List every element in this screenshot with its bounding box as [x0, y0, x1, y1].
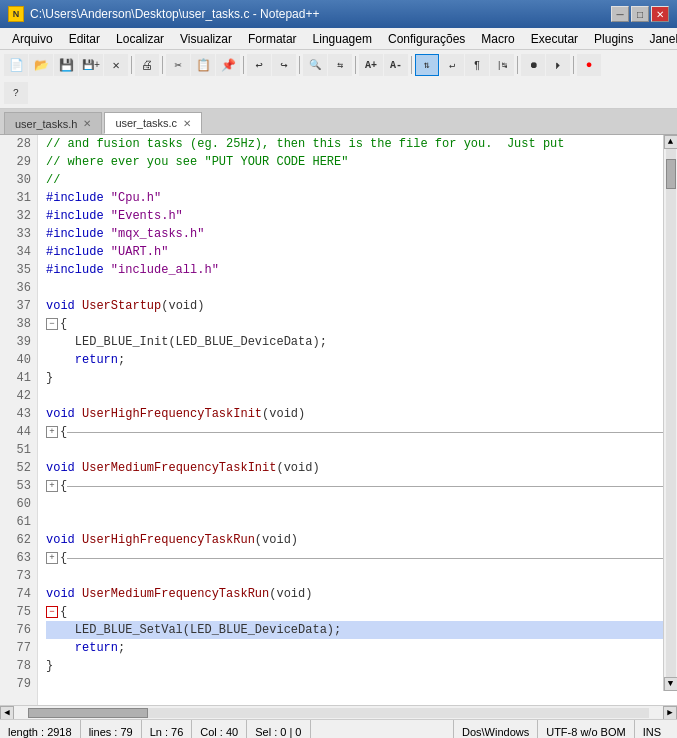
menu-localizar[interactable]: Localizar [108, 30, 172, 48]
vscroll-track[interactable] [666, 149, 676, 677]
line-number: 40 [0, 351, 31, 369]
code-line: void UserHighFrequencyTaskInit(void) [46, 405, 677, 423]
run-button[interactable]: ● [577, 54, 601, 76]
tab-label-h: user_tasks.h [15, 118, 77, 130]
hscroll-right[interactable]: ▶ [663, 706, 677, 720]
menu-visualizar[interactable]: Visualizar [172, 30, 240, 48]
code-line [46, 513, 677, 531]
fold-marker[interactable]: + [46, 552, 58, 564]
line-number: 75 [0, 603, 31, 621]
status-encoding: UTF-8 w/o BOM [538, 720, 634, 738]
symbol: (void) [161, 297, 204, 315]
find-button[interactable]: 🔍 [303, 54, 327, 76]
menu-janela[interactable]: Janela [641, 30, 677, 48]
replace-button[interactable]: ⇆ [328, 54, 352, 76]
line-number: 37 [0, 297, 31, 315]
code-line: +{ [46, 477, 677, 495]
maximize-button[interactable]: □ [631, 6, 649, 22]
vscroll-up[interactable]: ▲ [664, 135, 678, 149]
menu-formatar[interactable]: Formatar [240, 30, 305, 48]
save-button[interactable]: 💾 [54, 54, 78, 76]
code-text: LED_BLUE_SetVal(LED_BLUE_DeviceData); [46, 621, 341, 639]
open-button[interactable]: 📂 [29, 54, 53, 76]
cut-button[interactable]: ✂ [166, 54, 190, 76]
string: "Cpu.h" [111, 189, 161, 207]
line-number: 36 [0, 279, 31, 297]
help-button[interactable]: ? [4, 82, 28, 104]
menu-executar[interactable]: Executar [523, 30, 586, 48]
redo-button[interactable]: ↪ [272, 54, 296, 76]
run-macro-button[interactable]: ⏵ [546, 54, 570, 76]
minimize-button[interactable]: ─ [611, 6, 629, 22]
brace: { [60, 603, 67, 621]
line-number: 38 [0, 315, 31, 333]
new-button[interactable]: 📄 [4, 54, 28, 76]
horizontal-scrollbar[interactable]: ◀ ▶ [0, 705, 677, 719]
status-bar: length : 2918 lines : 79 Ln : 76 Col : 4… [0, 719, 677, 738]
hscroll-thumb[interactable] [28, 708, 148, 718]
function-name: UserStartup [82, 297, 161, 315]
undo-button[interactable]: ↩ [247, 54, 271, 76]
menu-plugins[interactable]: Plugins [586, 30, 641, 48]
save-all-button[interactable]: 💾+ [79, 54, 103, 76]
string: "UART.h" [111, 243, 169, 261]
fold-marker[interactable]: − [46, 318, 58, 330]
code-line: } [46, 369, 677, 387]
code-rest: ; [118, 351, 125, 369]
menu-arquivo[interactable]: Arquivo [4, 30, 61, 48]
code-line: // where ever you see "PUT YOUR CODE HER… [46, 153, 677, 171]
all-chars-button[interactable]: ¶ [465, 54, 489, 76]
menu-linguagem[interactable]: Linguagem [305, 30, 380, 48]
line-number: 33 [0, 225, 31, 243]
symbol: (void) [276, 459, 319, 477]
close-doc-button[interactable]: ✕ [104, 54, 128, 76]
editor-container: 2829303132333435363738394041424344515253… [0, 135, 677, 719]
hscroll-left[interactable]: ◀ [0, 706, 14, 720]
menu-editar[interactable]: Editar [61, 30, 108, 48]
brace: { [60, 477, 67, 495]
keyword: void [46, 531, 82, 549]
keyword: #include [46, 261, 111, 279]
indent-guide-button[interactable]: |↹ [490, 54, 514, 76]
macro-record-button[interactable]: ⏺ [521, 54, 545, 76]
zoom-in-button[interactable]: A+ [359, 54, 383, 76]
function-name: UserMediumFrequencyTaskRun [82, 585, 269, 603]
zoom-out-button[interactable]: A- [384, 54, 408, 76]
menu-macro[interactable]: Macro [473, 30, 522, 48]
status-col: Col : 40 [192, 720, 247, 738]
hscroll-track[interactable] [28, 708, 649, 718]
line-number: 28 [0, 135, 31, 153]
line-number: 60 [0, 495, 31, 513]
menu-bar: Arquivo Editar Localizar Visualizar Form… [0, 28, 677, 50]
line-number: 42 [0, 387, 31, 405]
paste-button[interactable]: 📌 [216, 54, 240, 76]
code-line: void UserMediumFrequencyTaskInit(void) [46, 459, 677, 477]
status-ins: INS [635, 720, 669, 738]
vscroll-thumb[interactable] [666, 159, 676, 189]
word-wrap-button[interactable]: ↵ [440, 54, 464, 76]
menu-configuracoes[interactable]: Configurações [380, 30, 473, 48]
code-line: LED_BLUE_Init(LED_BLUE_DeviceData); [46, 333, 677, 351]
fold-marker[interactable]: − [46, 606, 58, 618]
close-button[interactable]: ✕ [651, 6, 669, 22]
keyword: return [46, 351, 118, 369]
fold-marker[interactable]: + [46, 426, 58, 438]
code-line [46, 279, 677, 297]
sync-scroll-button[interactable]: ⇅ [415, 54, 439, 76]
vertical-scrollbar[interactable]: ▲ ▼ [663, 135, 677, 691]
line-number: 32 [0, 207, 31, 225]
tab-close-h[interactable]: ✕ [83, 118, 91, 129]
tab-close-c[interactable]: ✕ [183, 118, 191, 129]
copy-button[interactable]: 📋 [191, 54, 215, 76]
symbol: (void) [269, 585, 312, 603]
vscroll-down[interactable]: ▼ [664, 677, 678, 691]
code-line: +{ [46, 423, 677, 441]
brace: { [60, 549, 67, 567]
print-button[interactable]: 🖨 [135, 54, 159, 76]
code-line: #include "UART.h" [46, 243, 677, 261]
fold-marker[interactable]: + [46, 480, 58, 492]
editor-scroll[interactable]: 2829303132333435363738394041424344515253… [0, 135, 677, 705]
code-area[interactable]: // and fusion tasks (eg. 25Hz), then thi… [38, 135, 677, 705]
tab-user-tasks-h[interactable]: user_tasks.h ✕ [4, 112, 102, 134]
tab-user-tasks-c[interactable]: user_tasks.c ✕ [104, 112, 202, 134]
